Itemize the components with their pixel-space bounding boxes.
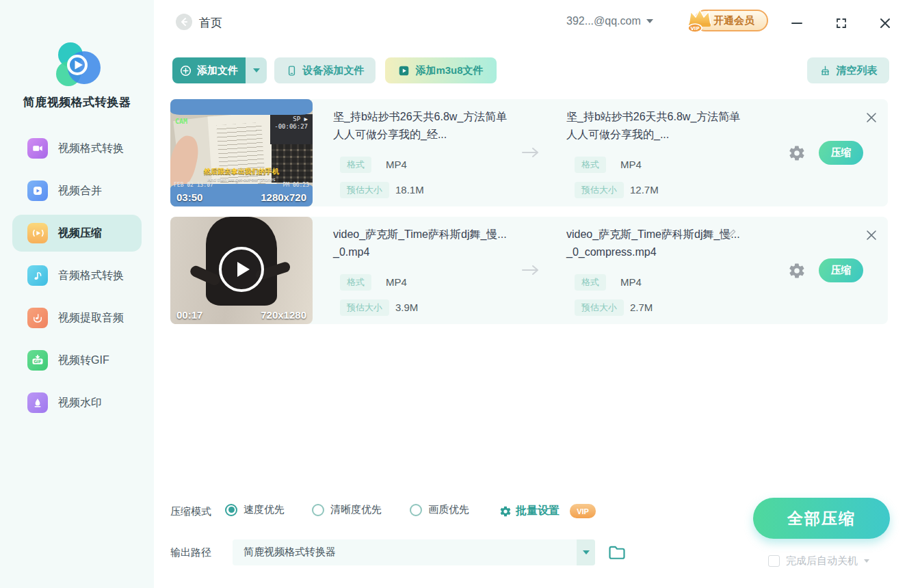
edit-filename-icon[interactable] [726, 228, 737, 242]
add-file-label: 添加文件 [197, 64, 238, 77]
radio-quality-priority[interactable]: 画质优先 [410, 503, 499, 516]
clear-list-button[interactable]: 清空列表 [807, 57, 889, 83]
audio-format-convert-icon [27, 265, 48, 286]
home-label: 首页 [199, 15, 222, 31]
chevron-down-icon[interactable] [577, 539, 595, 565]
sidebar-item-label: 视频水印 [58, 396, 102, 410]
output-size-value: 12.7M [630, 184, 659, 196]
chevron-down-icon [646, 19, 653, 23]
source-file-title: 坚_持b站抄书26天共6.8w_方法简单人人可做分享我的_经... [333, 108, 510, 144]
thumbnail-cam-overlay: CAM [175, 118, 187, 125]
chevron-down-icon[interactable] [864, 559, 869, 563]
radio-speed-priority[interactable]: 速度优先 [225, 503, 312, 516]
video-compress-icon [27, 223, 48, 243]
output-format-value: MP4 [620, 159, 642, 170]
back-button[interactable] [176, 14, 192, 30]
format-badge: 格式 [575, 274, 606, 291]
video-duration: 00:17 [176, 309, 202, 321]
auto-shutdown-toggle[interactable]: 完成后自动关机 [768, 554, 869, 567]
sidebar: 简鹿视频格式转换器 视频格式转换 视频合并 视频压缩 [0, 0, 154, 588]
output-path-select[interactable]: 简鹿视频格式转换器 [233, 539, 595, 565]
video-thumbnail[interactable]: CAM SP ▶ -00:06:27 然后跟去拿出我们的手机 And then … [170, 99, 313, 206]
settings-gear-icon[interactable] [788, 262, 806, 280]
sidebar-item-extract-audio[interactable]: 视频提取音频 [0, 297, 154, 339]
sidebar-item-label: 视频转GIF [58, 353, 109, 368]
file-row: CAM SP ▶ -00:06:27 然后跟去拿出我们的手机 And then … [170, 99, 888, 206]
video-thumbnail[interactable]: 00:17 720x1280 [170, 217, 313, 324]
add-file-dropdown-button[interactable] [246, 57, 267, 83]
open-vip-button[interactable]: VIP 开通会员 [694, 10, 768, 31]
video-resolution: 1280x720 [261, 191, 306, 203]
thumbnail-subtitle: 然后跟去拿出我们的手机 [170, 167, 313, 176]
open-vip-label: 开通会员 [713, 14, 754, 27]
app-title: 简鹿视频格式转换器 [0, 94, 154, 110]
checkbox-icon[interactable] [768, 555, 780, 567]
compress-mode-options: 速度优先 清晰度优先 画质优先 [225, 503, 499, 516]
extract-audio-icon [27, 308, 48, 328]
edit-filename-icon[interactable] [726, 110, 737, 124]
radio-icon [410, 504, 422, 516]
est-size-badge: 预估大小 [340, 299, 389, 316]
broom-icon [819, 65, 831, 77]
video-watermark-icon [27, 392, 48, 413]
sidebar-item-label: 视频合并 [58, 184, 102, 198]
vip-crown-icon: VIP [685, 5, 715, 36]
sidebar-item-video-to-gif[interactable]: GIF 视频转GIF [0, 339, 154, 382]
open-folder-icon[interactable] [607, 543, 627, 562]
radio-clarity-priority[interactable]: 清晰度优先 [312, 503, 410, 516]
radio-icon [312, 504, 324, 516]
vip-badge: VIP [570, 504, 596, 518]
chevron-down-icon [253, 68, 260, 72]
sidebar-item-video-format-convert[interactable]: 视频格式转换 [0, 127, 154, 170]
radio-label: 清晰度优先 [330, 503, 382, 516]
video-resolution: 720x1280 [261, 309, 306, 321]
m3u8-file-icon [398, 65, 410, 77]
remove-file-icon[interactable] [865, 229, 878, 241]
device-add-file-label: 设备添加文件 [303, 64, 365, 77]
file-row: 00:17 720x1280 video_萨克斯_Time萨科斯dj舞_慢...… [170, 217, 888, 324]
compress-all-button[interactable]: 全部压缩 [753, 498, 890, 539]
account-email: 392...@qq.com [566, 15, 641, 27]
thumbnail-art [170, 99, 313, 115]
sidebar-item-label: 视频提取音频 [58, 311, 124, 325]
output-size-value: 2.7M [630, 302, 653, 313]
thumbnail-date-overlay: FEB 02 13:07 [174, 182, 213, 188]
main-area: 首页 392...@qq.com VIP 开通会员 添加文件 [154, 0, 907, 588]
video-to-gif-icon: GIF [27, 350, 48, 371]
phone-icon [286, 65, 298, 77]
add-file-button[interactable]: 添加文件 [172, 57, 246, 83]
minimize-button[interactable] [789, 15, 805, 31]
remove-file-icon[interactable] [865, 111, 878, 124]
sidebar-item-audio-format-convert[interactable]: 音频格式转换 [0, 254, 154, 297]
gear-icon [499, 505, 512, 518]
maximize-button[interactable] [833, 15, 850, 31]
clear-list-label: 清空列表 [837, 64, 878, 77]
account-menu[interactable]: 392...@qq.com [566, 15, 653, 27]
batch-settings-button[interactable]: 批量设置 [499, 504, 560, 518]
device-add-file-button[interactable]: 设备添加文件 [274, 57, 376, 83]
settings-gear-icon[interactable] [788, 144, 806, 162]
sidebar-item-label: 视频格式转换 [58, 142, 124, 156]
svg-text:VIP: VIP [690, 26, 699, 31]
sidebar-item-video-merge[interactable]: 视频合并 [0, 170, 154, 212]
output-format-value: MP4 [620, 276, 642, 288]
sidebar-item-label: 音频格式转换 [58, 269, 124, 283]
sidebar-item-video-watermark[interactable]: 视频水印 [0, 382, 154, 424]
close-button[interactable] [877, 15, 893, 31]
video-duration: 03:50 [176, 191, 202, 203]
format-badge: 格式 [340, 274, 371, 291]
play-button-icon[interactable] [219, 247, 264, 292]
compress-button[interactable]: 压缩 [819, 141, 863, 165]
output-file-title: video_萨克斯_Time萨科斯dj舞_慢..._0_compress.mp4 [566, 226, 743, 261]
compress-button[interactable]: 压缩 [819, 258, 863, 282]
source-file-title: video_萨克斯_Time萨科斯dj舞_慢..._0.mp4 [333, 226, 510, 261]
thumbnail-recorder-overlay: SP ▶ -00:06:27 [274, 116, 308, 131]
add-m3u8-button[interactable]: 添加m3u8文件 [385, 57, 497, 83]
source-format-value: MP4 [386, 276, 407, 288]
sidebar-item-label: 视频压缩 [58, 226, 102, 241]
arrow-right-icon [522, 265, 540, 278]
format-badge: 格式 [575, 157, 606, 173]
batch-settings-label: 批量设置 [516, 504, 560, 518]
sidebar-item-video-compress[interactable]: 视频压缩 [12, 215, 142, 252]
est-size-badge: 预估大小 [575, 299, 624, 316]
